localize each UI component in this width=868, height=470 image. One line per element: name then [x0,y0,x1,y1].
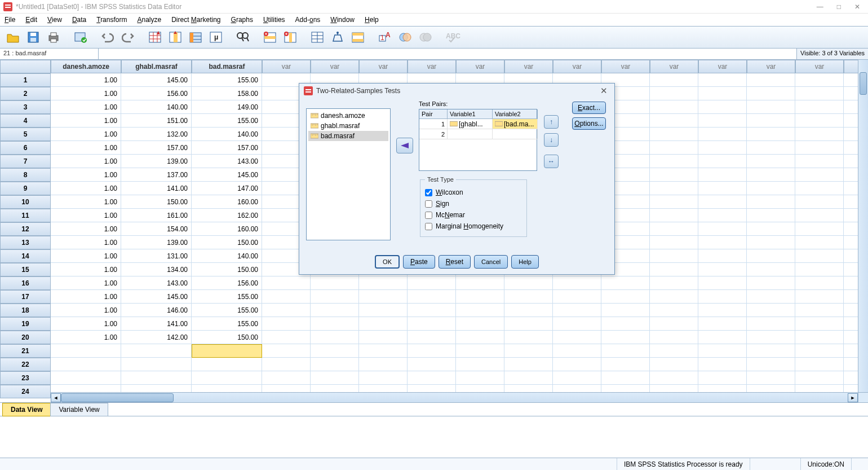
data-cell[interactable] [795,371,844,385]
data-cell[interactable] [504,371,553,385]
row-header[interactable]: 18 [0,304,51,317]
data-cell[interactable]: 139.00 [121,155,192,168]
data-cell[interactable]: 1.00 [51,73,121,87]
data-cell[interactable]: 158.00 [192,87,262,100]
data-cell[interactable]: 1.00 [51,317,121,331]
data-cell[interactable] [192,344,262,358]
data-cell[interactable] [747,168,795,182]
data-cell[interactable]: 156.00 [121,87,192,100]
data-cell[interactable] [553,358,601,371]
data-cell[interactable] [650,276,698,290]
paste-button[interactable]: Paste [403,255,435,269]
empty-col-header[interactable]: var [650,60,698,73]
data-cell[interactable] [262,344,311,358]
insert-variable-button[interactable] [281,28,300,46]
data-cell[interactable] [650,114,698,128]
scroll-right-button[interactable]: ► [848,393,858,402]
horizontal-scrollbar[interactable]: ◄ ► [51,392,858,402]
data-cell[interactable] [698,331,747,344]
data-cell[interactable] [747,358,795,371]
data-cell[interactable]: 1.00 [51,195,121,209]
empty-col-header[interactable]: var [504,60,553,73]
data-cell[interactable] [601,276,650,290]
data-cell[interactable] [747,141,795,155]
test-pairs-table[interactable]: Pair Variable1 Variable2 1 [ghabl... [ba… [419,109,537,171]
data-cell[interactable]: 150.00 [192,236,262,249]
data-cell[interactable] [795,141,844,155]
data-cell[interactable] [795,276,844,290]
data-cell[interactable] [698,195,747,209]
data-cell[interactable] [121,358,192,371]
data-cell[interactable] [262,276,311,290]
data-cell[interactable] [795,290,844,304]
data-cell[interactable] [698,290,747,304]
row-header[interactable]: 2 [0,87,51,100]
data-cell[interactable] [311,290,359,304]
row-header[interactable]: 20 [0,331,51,344]
tab-data-view[interactable]: Data View [2,403,51,416]
data-cell[interactable] [650,304,698,317]
data-cell[interactable] [51,358,121,371]
data-cell[interactable]: 140.00 [192,128,262,141]
data-cell[interactable] [359,371,408,385]
goto-case-button[interactable] [145,28,165,46]
cell-reference[interactable]: 21 : bad.masraf [0,49,99,59]
data-cell[interactable] [698,128,747,141]
data-cell[interactable]: 1.00 [51,249,121,263]
var-item-bad[interactable]: bad.masraf [308,131,388,141]
data-cell[interactable] [747,114,795,128]
data-cell[interactable]: 146.00 [121,304,192,317]
data-cell[interactable]: 139.00 [121,236,192,249]
row-header[interactable]: 13 [0,236,51,249]
data-cell[interactable] [698,276,747,290]
data-cell[interactable] [408,358,456,371]
data-cell[interactable]: 1.00 [51,263,121,276]
data-cell[interactable] [795,155,844,168]
data-cell[interactable]: 137.00 [121,168,192,182]
data-cell[interactable] [698,249,747,263]
data-cell[interactable] [553,317,601,331]
data-cell[interactable]: 143.00 [121,276,192,290]
data-cell[interactable] [650,290,698,304]
data-cell[interactable] [553,344,601,358]
data-cell[interactable] [359,304,408,317]
data-cell[interactable]: 1.00 [51,222,121,236]
data-cell[interactable] [650,263,698,276]
data-cell[interactable] [698,155,747,168]
data-cell[interactable]: 1.00 [51,290,121,304]
data-cell[interactable] [262,371,311,385]
data-cell[interactable] [650,141,698,155]
find-button[interactable] [233,28,253,46]
data-cell[interactable] [408,304,456,317]
redo-button[interactable] [118,28,138,46]
data-cell[interactable]: 150.00 [121,195,192,209]
empty-col-header[interactable]: var [553,60,601,73]
data-cell[interactable] [650,87,698,100]
value-labels-button[interactable]: 1A [375,28,395,46]
close-button[interactable]: ✕ [854,3,860,11]
data-cell[interactable] [747,182,795,195]
empty-col-header[interactable]: var [262,60,311,73]
data-cell[interactable] [408,317,456,331]
variables-button[interactable] [186,28,205,46]
tab-variable-view[interactable]: Variable View [50,403,108,416]
data-cell[interactable] [650,222,698,236]
data-cell[interactable] [456,344,504,358]
data-cell[interactable]: 1.00 [51,141,121,155]
data-cell[interactable]: 157.00 [121,141,192,155]
sign-checkbox[interactable]: Sign [425,200,522,208]
save-button[interactable] [24,28,43,46]
empty-col-header[interactable]: var [456,60,504,73]
col-header-0[interactable]: danesh.amoze [51,60,121,73]
data-cell[interactable] [650,209,698,222]
cell-value-editor[interactable] [99,49,796,59]
data-cell[interactable]: 145.00 [121,73,192,87]
data-cell[interactable]: 155.00 [192,73,262,87]
data-cell[interactable]: 1.00 [51,331,121,344]
data-cell[interactable] [601,358,650,371]
data-cell[interactable] [698,222,747,236]
data-cell[interactable] [698,141,747,155]
dialog-close-button[interactable]: ✕ [598,86,610,96]
data-cell[interactable] [747,344,795,358]
data-cell[interactable] [650,100,698,114]
